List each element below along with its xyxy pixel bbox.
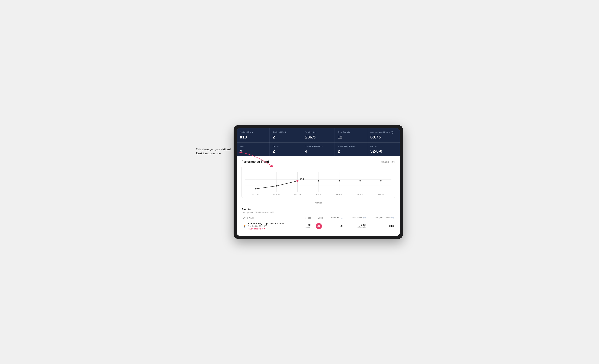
stat-national-rank-value: #10 xyxy=(240,135,266,140)
stat-record: Record 32-8-0 xyxy=(367,142,400,156)
performance-title: Performance Trend xyxy=(241,160,269,164)
col-score: Score xyxy=(313,215,325,220)
svg-text:MAR 24: MAR 24 xyxy=(357,194,363,195)
event-weighted-points: 28.3 xyxy=(367,220,395,232)
stat-total-rounds-label: Total Rounds xyxy=(338,131,364,133)
col-weighted-points: Weighted Points i xyxy=(367,215,395,220)
performance-label: National Rank xyxy=(381,160,395,163)
stat-record-label: Record xyxy=(370,145,397,148)
stat-regional-rank-label: Regional Rank xyxy=(273,131,299,133)
annotation-text-before: This shows you your xyxy=(196,148,221,151)
svg-text:NOV 23: NOV 23 xyxy=(273,194,280,195)
col-event-name: Event Name xyxy=(241,215,299,220)
chart-x-axis-label: Months xyxy=(241,202,395,204)
stat-total-rounds: Total Rounds 12 xyxy=(335,128,367,142)
stat-wins-value: 2 xyxy=(240,149,266,154)
stat-match-play-value: 2 xyxy=(338,149,364,154)
stats-row-1: National Rank #10 Regional Rank 2 Scorin… xyxy=(237,128,400,142)
col-position: Position xyxy=(299,215,313,220)
total-points-info-icon: i xyxy=(363,217,366,219)
stat-wins-label: Wins xyxy=(240,145,266,148)
event-icon: 🏌 xyxy=(243,224,247,228)
chart-svg: #10 OCT 23 NOV 23 DEC 23 JAN 24 FEB 24 M… xyxy=(244,169,393,196)
event-total-points: 28.3 3 Rounds xyxy=(345,220,367,232)
event-position: 6th out of 7 xyxy=(299,220,313,232)
table-row: 🏌 Buster Cozy Cup – Stroke Play Oct 9 – … xyxy=(241,220,395,232)
stat-top3s: Top 3s 2 xyxy=(270,142,302,156)
stat-stroke-play-label: Stroke Play Events xyxy=(305,145,332,148)
svg-point-18 xyxy=(380,180,382,182)
event-score: -22 xyxy=(313,220,325,232)
tablet-screen: National Rank #10 Regional Rank 2 Scorin… xyxy=(237,128,400,236)
stat-scoring-avg-label: Scoring Avg. xyxy=(305,131,332,133)
score-badge: -22 xyxy=(316,223,322,229)
stat-top3s-value: 2 xyxy=(273,149,299,154)
stat-match-play: Match Play Events 2 xyxy=(335,142,367,156)
info-icon: i xyxy=(391,131,393,133)
svg-point-13 xyxy=(276,185,277,187)
event-sg-info-icon: i xyxy=(341,217,343,219)
event-name: Buster Cozy Cup – Stroke Play xyxy=(248,222,284,225)
stat-avg-weighted-points: Avg. Weighted Points i 68.75 xyxy=(367,128,400,142)
events-title: Events xyxy=(241,208,395,211)
svg-text:JAN 24: JAN 24 xyxy=(315,194,322,195)
svg-text:APR 24: APR 24 xyxy=(378,194,384,195)
stat-avg-weighted-points-label: Avg. Weighted Points i xyxy=(370,131,397,133)
tablet-device: National Rank #10 Regional Rank 2 Scorin… xyxy=(234,125,403,239)
svg-point-16 xyxy=(338,180,340,182)
stat-wins: Wins 2 xyxy=(237,142,269,156)
stat-match-play-label: Match Play Events xyxy=(338,145,364,148)
stat-avg-weighted-points-value: 68.75 xyxy=(370,135,397,140)
stat-stroke-play: Stroke Play Events 4 xyxy=(302,142,335,156)
outer-wrapper: This shows you your National Rank trend … xyxy=(196,125,403,239)
rank-arrow: ▼ xyxy=(263,228,265,230)
event-rank-impact: Rank Impact: 3 ▼ xyxy=(248,228,284,230)
events-table-header: Event Name Position Score Event SG xyxy=(241,215,395,220)
stat-top3s-label: Top 3s xyxy=(273,145,299,148)
event-cell: 🏌 Buster Cozy Cup – Stroke Play Oct 9 – … xyxy=(241,220,299,232)
svg-point-15 xyxy=(318,180,319,182)
svg-point-12 xyxy=(255,188,256,189)
stat-record-value: 32-8-0 xyxy=(370,149,397,154)
svg-text:FEB 24: FEB 24 xyxy=(336,194,343,195)
svg-point-14 xyxy=(297,180,299,182)
col-event-sg: Event SG i xyxy=(325,215,345,220)
events-section: Events Last updated: 24th November 2023 … xyxy=(241,208,395,232)
performance-section-header: Performance Trend National Rank xyxy=(241,160,395,164)
stats-row-2: Wins 2 Top 3s 2 Stroke Play Events 4 Mat… xyxy=(237,142,400,156)
events-subtitle: Last updated: 24th November 2023 xyxy=(241,211,395,213)
stat-national-rank-label: National Rank xyxy=(240,131,266,133)
events-table: Event Name Position Score Event SG xyxy=(241,215,395,232)
content-area: Performance Trend National Rank xyxy=(237,156,400,236)
performance-chart: #10 OCT 23 NOV 23 DEC 23 JAN 24 FEB 24 M… xyxy=(241,166,395,198)
event-date: Oct 9 – Oct 10, 2023 xyxy=(248,225,284,227)
stat-regional-rank-value: 2 xyxy=(273,135,299,140)
stat-national-rank: National Rank #10 xyxy=(237,128,269,142)
weighted-points-info-icon: i xyxy=(391,217,394,219)
stat-scoring-avg: Scoring Avg. 286.5 xyxy=(302,128,335,142)
svg-text:#10: #10 xyxy=(300,178,304,180)
stat-stroke-play-value: 4 xyxy=(305,149,332,154)
stat-scoring-avg-value: 286.5 xyxy=(305,135,332,140)
svg-point-17 xyxy=(359,180,361,182)
svg-text:OCT 23: OCT 23 xyxy=(252,194,259,195)
stat-regional-rank: Regional Rank 2 xyxy=(270,128,302,142)
stat-total-rounds-value: 12 xyxy=(338,135,364,140)
svg-text:DEC 23: DEC 23 xyxy=(294,194,301,195)
col-total-points: Total Points i xyxy=(345,215,367,220)
annotation: This shows you your National Rank trend … xyxy=(196,148,234,155)
annotation-text-after: trend over time xyxy=(202,152,220,155)
event-sg-value: 0.45 xyxy=(325,220,345,232)
